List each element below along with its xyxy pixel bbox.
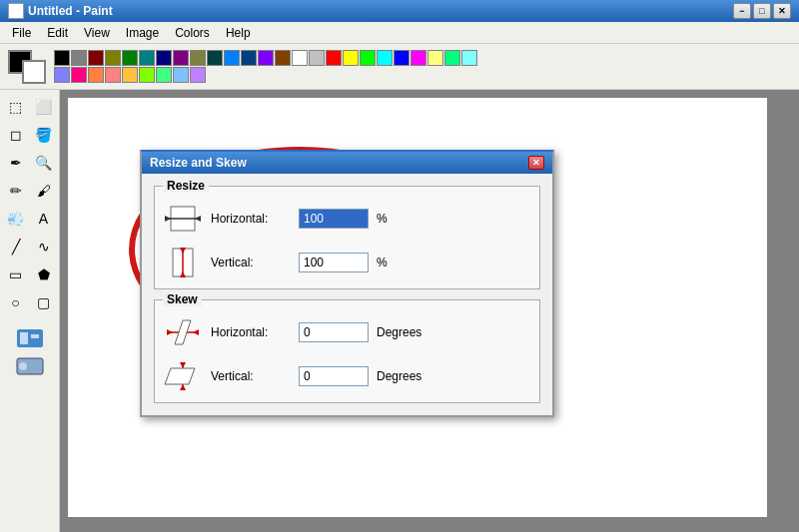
color-swatch[interactable]	[190, 50, 206, 66]
resize-horiz-input[interactable]	[299, 209, 369, 229]
color-swatch[interactable]	[105, 67, 121, 83]
svg-marker-21	[165, 368, 195, 384]
skew-horiz-input[interactable]	[299, 322, 369, 342]
window-title: Untitled - Paint	[28, 4, 113, 18]
color-swatch[interactable]	[71, 50, 87, 66]
svg-rect-1	[20, 332, 28, 344]
color-swatch[interactable]	[258, 50, 274, 66]
skew-horizontal-row: Horizontal: Degrees	[163, 314, 531, 350]
color-swatch[interactable]	[173, 50, 189, 66]
resize-horiz-unit: %	[377, 212, 388, 226]
menu-help[interactable]: Help	[218, 24, 259, 42]
menu-edit[interactable]: Edit	[39, 24, 76, 42]
brush-tool[interactable]: 🖌	[31, 178, 57, 204]
menu-image[interactable]: Image	[118, 24, 167, 42]
select-free-tool[interactable]: ⬜	[31, 94, 57, 120]
skew-section-title: Skew	[163, 292, 202, 306]
menu-file[interactable]: File	[4, 24, 39, 42]
color-swatch[interactable]	[461, 50, 477, 66]
svg-marker-8	[165, 216, 171, 222]
svg-marker-15	[167, 329, 173, 335]
eyedropper-tool[interactable]: ✒	[3, 150, 29, 176]
color-swatch[interactable]	[444, 50, 460, 66]
skew-section: Skew	[154, 299, 540, 403]
color-swatch[interactable]	[224, 50, 240, 66]
color-swatch[interactable]	[105, 50, 121, 66]
svg-marker-19	[180, 362, 186, 368]
color-swatch[interactable]	[54, 67, 70, 83]
text-tool[interactable]: A	[31, 206, 57, 232]
color-swatch[interactable]	[54, 50, 70, 66]
background-color[interactable]	[22, 60, 46, 84]
color-swatch[interactable]	[427, 50, 443, 66]
toolbar: ⬚ ⬜ ◻ 🪣 ✒ 🔍 ✏ 🖌 💨 A ╱ ∿ ▭ ⬟ ○ ▢	[0, 90, 60, 532]
color-swatch[interactable]	[275, 50, 291, 66]
color-swatch[interactable]	[88, 67, 104, 83]
ellipse-tool[interactable]: ○	[3, 289, 29, 315]
extra-tool-2[interactable]	[4, 353, 56, 379]
color-swatch[interactable]	[343, 50, 359, 66]
color-swatch[interactable]	[241, 50, 257, 66]
polygon-tool[interactable]: ⬟	[31, 262, 57, 287]
resize-vert-input[interactable]	[299, 253, 369, 272]
color-swatch[interactable]	[139, 50, 155, 66]
resize-section-title: Resize	[163, 179, 209, 193]
fill-tool[interactable]: 🪣	[31, 122, 57, 148]
menu-colors[interactable]: Colors	[167, 24, 218, 42]
color-swatch[interactable]	[156, 50, 172, 66]
color-swatch[interactable]	[139, 67, 155, 83]
eraser-tool[interactable]: ◻	[3, 122, 29, 148]
select-rect-tool[interactable]: ⬚	[3, 94, 29, 120]
color-swatch[interactable]	[190, 67, 206, 83]
color-swatch[interactable]	[326, 50, 342, 66]
color-palette	[54, 50, 493, 83]
dialog-title: Resize and Skew	[150, 156, 247, 170]
line-tool[interactable]: ╱	[3, 234, 29, 260]
rounded-rect-tool[interactable]: ▢	[31, 289, 57, 315]
title-bar: Untitled - Paint − □ ✕	[0, 0, 799, 22]
skew-horiz-unit: Degrees	[377, 325, 421, 339]
skew-vert-input[interactable]	[299, 366, 369, 386]
color-swatch[interactable]	[394, 50, 409, 66]
curve-tool[interactable]: ∿	[31, 234, 57, 260]
color-swatch[interactable]	[88, 50, 104, 66]
resize-section: Resize	[154, 186, 540, 289]
minimize-button[interactable]: −	[733, 3, 751, 19]
skew-vertical-row: Vertical: Degrees	[163, 358, 531, 394]
svg-marker-20	[180, 384, 186, 390]
menu-view[interactable]: View	[76, 24, 118, 42]
resize-vertical-row: Vertical: %	[163, 245, 531, 280]
window-controls: − □ ✕	[733, 3, 791, 19]
pencil-tool[interactable]: ✏	[3, 178, 29, 204]
color-swatch[interactable]	[207, 50, 223, 66]
color-swatch[interactable]	[71, 67, 87, 83]
palette-bar	[0, 44, 799, 90]
color-swatch[interactable]	[360, 50, 376, 66]
svg-rect-2	[31, 334, 39, 338]
resize-vert-unit: %	[377, 256, 388, 269]
color-swatch[interactable]	[377, 50, 393, 66]
svg-marker-16	[193, 329, 199, 335]
rect-tool[interactable]: ▭	[3, 262, 29, 287]
color-swatch[interactable]	[173, 67, 189, 83]
dialog-close-button[interactable]: ✕	[528, 156, 544, 170]
app-icon	[8, 3, 24, 19]
svg-point-4	[19, 362, 27, 370]
color-preview	[8, 50, 46, 84]
color-swatch[interactable]	[309, 50, 325, 66]
airbrush-tool[interactable]: 💨	[3, 206, 29, 232]
magnifier-tool[interactable]: 🔍	[31, 150, 57, 176]
skew-horiz-label: Horizontal:	[211, 325, 291, 339]
maximize-button[interactable]: □	[753, 3, 771, 19]
color-swatch[interactable]	[122, 67, 138, 83]
color-swatch[interactable]	[410, 50, 426, 66]
color-swatch[interactable]	[156, 67, 172, 83]
color-swatch[interactable]	[292, 50, 308, 66]
skew-vert-icon	[163, 358, 203, 394]
resize-horiz-label: Horizontal:	[211, 212, 291, 226]
resize-horiz-icon	[163, 201, 203, 237]
close-button[interactable]: ✕	[773, 3, 791, 19]
extra-tool-1[interactable]	[4, 325, 56, 351]
dialog-title-bar: Resize and Skew ✕	[142, 152, 552, 174]
color-swatch[interactable]	[122, 50, 138, 66]
